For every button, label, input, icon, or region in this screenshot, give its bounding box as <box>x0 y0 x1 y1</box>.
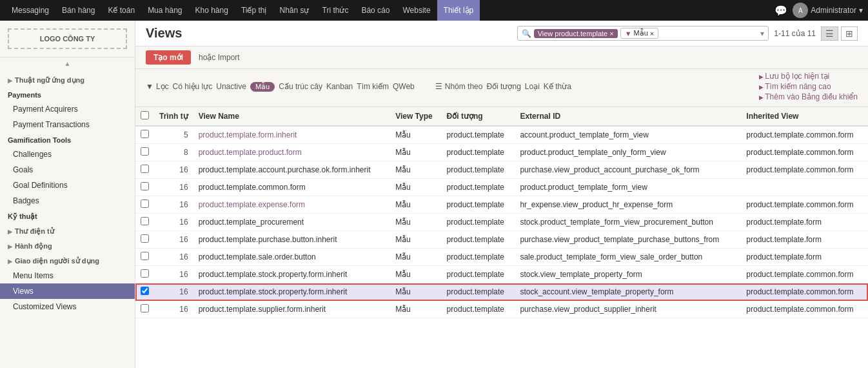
sidebar-group-email[interactable]: ▶ Thư điện tử <box>0 223 135 238</box>
search-tag-close[interactable]: × <box>609 30 613 37</box>
sidebar-subgroup-kythuat: Kỹ thuật <box>0 209 135 223</box>
sidebar-item-payment-transactions[interactable]: Payment Transactions <box>0 117 135 132</box>
row-checkbox[interactable] <box>141 165 149 173</box>
col-object[interactable]: Đối tượng <box>442 107 515 126</box>
sidebar-group-ui[interactable]: ▶ Giao diện người sử dụng <box>0 253 135 268</box>
search-input[interactable] <box>661 29 758 38</box>
sidebar-item-goal-definitions[interactable]: Goal Definitions <box>0 178 135 193</box>
table-row[interactable]: 16 product.template.supplier.form.inheri… <box>135 301 868 318</box>
filter-tag-mau[interactable]: ▼ Mẫu × <box>620 28 659 39</box>
table-row[interactable]: 16 product.template.stock.property.form.… <box>135 266 868 283</box>
nav-khohang[interactable]: Kho hàng <box>189 0 235 21</box>
row-name[interactable]: product.template.common.form <box>193 179 390 196</box>
row-name[interactable]: product.template.stock.property.form.inh… <box>193 283 390 301</box>
row-checkbox[interactable] <box>141 199 149 208</box>
col-seq[interactable]: Trình tự <box>154 107 193 126</box>
search-tag-view[interactable]: View product.template × <box>534 29 618 38</box>
row-checkbox[interactable] <box>141 182 149 190</box>
col-inherited-view[interactable]: Inherited View <box>741 107 868 126</box>
nav-muahang[interactable]: Mua hàng <box>141 0 188 21</box>
filter-button[interactable]: ▼ Lọc <box>146 82 169 91</box>
sidebar-item-customized-views[interactable]: Customized Views <box>0 299 135 314</box>
row-checkbox[interactable] <box>141 217 149 225</box>
nav-banhang[interactable]: Bán hàng <box>55 0 101 21</box>
sidebar-item-menu-items[interactable]: Menu Items <box>0 268 135 283</box>
row-name[interactable]: product.template_procurement <box>193 214 390 231</box>
col-view-type[interactable]: View Type <box>390 107 441 126</box>
list-view-button[interactable]: ☰ <box>821 26 838 41</box>
group-by-button[interactable]: ☰ Nhóm theo <box>435 82 483 91</box>
group-option-type[interactable]: Loại <box>525 82 540 91</box>
row-type: Mẫu <box>390 144 441 161</box>
table-row[interactable]: 16 product.template.stock.property.form.… <box>135 283 868 301</box>
nav-website[interactable]: Website <box>396 0 437 21</box>
sidebar-group-terminology[interactable]: ▶ Thuật ngữ ứng dụng <box>0 72 135 87</box>
search-dropdown-icon[interactable]: ▾ <box>760 29 764 38</box>
row-name[interactable]: product.template.stock.property.form.inh… <box>193 266 390 283</box>
table-row[interactable]: 8 product.template.product.form Mẫu prod… <box>135 144 868 161</box>
row-checkbox[interactable] <box>141 287 149 295</box>
nav-nhansu[interactable]: Nhân sự <box>273 0 315 21</box>
filter-link-advanced[interactable]: Tìm kiếm nâng cao <box>759 82 858 91</box>
filter-funnel-icon: ▼ <box>146 82 153 91</box>
sidebar-group-actions[interactable]: ▶ Hành động <box>0 238 135 253</box>
row-seq: 16 <box>154 179 193 196</box>
row-name[interactable]: product.template.purchase.button.inherit <box>193 231 390 249</box>
table-row[interactable]: 16 product.template.common.form Mẫu prod… <box>135 179 868 196</box>
grid-view-button[interactable]: ⊞ <box>841 26 858 41</box>
sidebar-subgroup-gamification: Gamification Tools <box>0 132 135 147</box>
filter-option-active[interactable]: Có hiệu lực <box>173 82 213 91</box>
filter-tag-close[interactable]: × <box>650 30 654 37</box>
nav-tiephi[interactable]: Tiếp thị <box>235 0 273 21</box>
nav-ketoan[interactable]: Kế toán <box>101 0 141 21</box>
filter-option-unactive[interactable]: Unactive <box>216 82 246 91</box>
row-checkbox[interactable] <box>141 252 149 260</box>
nav-baocao[interactable]: Báo cáo <box>355 0 396 21</box>
table-row[interactable]: 16 product.template.purchase.button.inhe… <box>135 231 868 249</box>
filter-option-kanban[interactable]: Kanban <box>326 82 353 91</box>
sidebar-item-badges[interactable]: Badges <box>0 193 135 209</box>
sidebar-item-goals[interactable]: Goals <box>0 162 135 178</box>
row-checkbox[interactable] <box>141 304 149 312</box>
table-row[interactable]: 5 product.template.form.inherit Mẫu prod… <box>135 126 868 144</box>
select-all-checkbox[interactable] <box>141 111 149 119</box>
row-name[interactable]: product.template.product.form <box>193 144 390 161</box>
col-view-name[interactable]: View Name <box>193 107 390 126</box>
sidebar-collapse-arrow[interactable]: ▲ <box>0 57 135 70</box>
filter-link-dashboard[interactable]: Thêm vào Bảng điều khiển <box>759 92 858 101</box>
row-name[interactable]: product.template.supplier.form.inherit <box>193 301 390 318</box>
search-bar[interactable]: 🔍 View product.template × ▼ Mẫu × ▾ <box>517 26 769 41</box>
row-checkbox[interactable] <box>141 147 149 156</box>
import-button[interactable]: hoặc Import <box>199 53 240 62</box>
chat-icon[interactable]: 💬 <box>774 5 787 17</box>
table-row[interactable]: 16 product.template_procurement Mẫu prod… <box>135 214 868 231</box>
row-name[interactable]: product.template.sale.order.button <box>193 249 390 266</box>
row-name[interactable]: product.template.expense.form <box>193 196 390 214</box>
row-name[interactable]: product.template.account.purchase.ok.for… <box>193 161 390 179</box>
table-row[interactable]: 16 product.template.sale.order.button Mẫ… <box>135 249 868 266</box>
sidebar-item-payment-acquirers[interactable]: Payment Acquirers <box>0 101 135 117</box>
sidebar-item-challenges[interactable]: Challenges <box>0 147 135 162</box>
table-row[interactable]: 16 product.template.account.purchase.ok.… <box>135 161 868 179</box>
filter-badge-mau[interactable]: Mẫu <box>250 82 275 92</box>
row-checkbox[interactable] <box>141 269 149 278</box>
group-option-inherit[interactable]: Kế thừa <box>544 82 571 91</box>
row-object: product.template <box>442 144 515 161</box>
group-option-object[interactable]: Đối tượng <box>486 82 520 91</box>
row-inherited <box>741 179 868 196</box>
filter-option-search[interactable]: Tìm kiếm <box>357 82 389 91</box>
row-checkbox[interactable] <box>141 234 149 243</box>
sidebar-item-views[interactable]: Views <box>0 283 135 299</box>
nav-trithuc[interactable]: Tri thức <box>316 0 355 21</box>
user-menu[interactable]: A Administrator ▾ <box>793 3 863 18</box>
filter-link-save[interactable]: Lưu bộ lọc hiện tại <box>759 72 858 81</box>
nav-messaging[interactable]: Messaging <box>5 0 55 21</box>
nav-thietlap[interactable]: Thiết lập <box>437 0 480 21</box>
create-button[interactable]: Tạo mới <box>146 50 191 65</box>
row-checkbox[interactable] <box>141 130 149 138</box>
row-name[interactable]: product.template.form.inherit <box>193 126 390 144</box>
filter-option-tree[interactable]: Cấu trúc cây <box>279 82 322 91</box>
col-external-id[interactable]: External ID <box>515 107 741 126</box>
table-row[interactable]: 16 product.template.expense.form Mẫu pro… <box>135 196 868 214</box>
filter-option-qweb[interactable]: QWeb <box>393 82 415 91</box>
